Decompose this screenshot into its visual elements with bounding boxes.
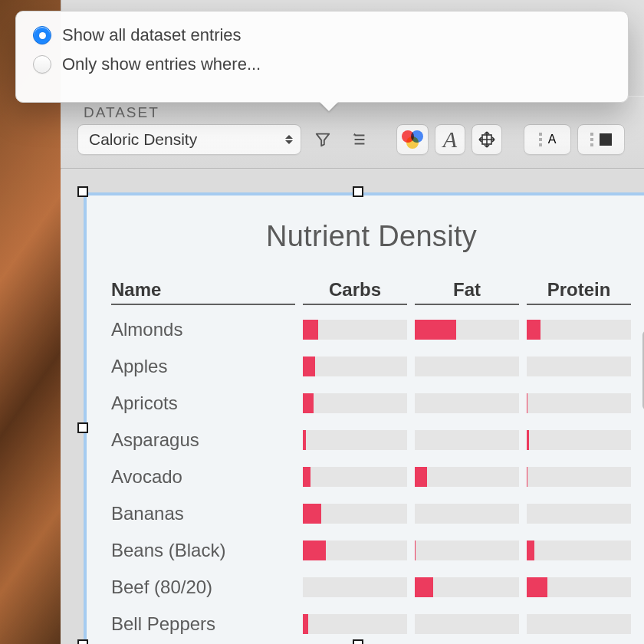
- bar-fill: [303, 504, 321, 524]
- color-theme-button[interactable]: [396, 124, 429, 155]
- move-icon: [478, 130, 496, 149]
- bar-track: [527, 504, 631, 524]
- bar-track: [415, 504, 519, 524]
- bar-fill: [303, 614, 308, 634]
- handle-icon: [590, 133, 593, 146]
- bar-track: [527, 614, 631, 634]
- bar-fill: [527, 577, 547, 597]
- filter-button[interactable]: [307, 124, 338, 155]
- bar-fill: [303, 430, 306, 450]
- typeface-icon: A: [443, 127, 457, 153]
- cell-bar: [527, 320, 631, 340]
- radio-show-where[interactable]: Only show entries where...: [33, 54, 611, 74]
- col-protein: Protein: [527, 279, 631, 305]
- document-frame[interactable]: Nutrient Density Name Carbs Fat Protein …: [84, 192, 644, 644]
- dataset-select[interactable]: Caloric Density: [77, 124, 301, 155]
- cell-bar: [415, 504, 519, 524]
- table-row: Beef (80/20): [111, 569, 632, 606]
- resize-handle[interactable]: [353, 186, 363, 197]
- font-button[interactable]: A: [435, 124, 465, 155]
- bar-track: [415, 430, 519, 450]
- radio-show-all-label: Show all dataset entries: [62, 25, 242, 45]
- bar-track: [303, 467, 407, 487]
- bar-track: [527, 540, 631, 560]
- cell-bar: [415, 467, 519, 487]
- canvas[interactable]: Nutrient Density Name Carbs Fat Protein …: [61, 169, 644, 644]
- cell-bar: [303, 430, 407, 450]
- resize-handle[interactable]: [77, 422, 88, 433]
- bar-track: [415, 467, 519, 487]
- radio-icon: [33, 26, 51, 44]
- bar-fill: [415, 577, 433, 597]
- table-body: AlmondsApplesApricotsAsparagusAvocadoBan…: [111, 311, 632, 642]
- bar-track: [527, 430, 631, 450]
- cell-bar: [527, 393, 631, 413]
- bar-fill: [303, 540, 326, 560]
- bar-fill: [303, 467, 310, 487]
- page-title: Nutrient Density: [111, 220, 632, 253]
- toolbar: DATASET Caloric Density A: [61, 96, 644, 169]
- filter-popover: Show all dataset entries Only show entri…: [15, 11, 629, 103]
- cell-bar: [415, 430, 519, 450]
- table-row: Beans (Black): [111, 532, 632, 569]
- cell-bar: [527, 540, 631, 560]
- radio-show-where-label: Only show entries where...: [62, 54, 261, 74]
- cell-bar: [303, 504, 407, 524]
- cell-bar: [303, 320, 407, 340]
- style-text-button[interactable]: A: [524, 125, 570, 154]
- cell-bar: [527, 614, 631, 634]
- dataset-value: Caloric Density: [89, 130, 197, 149]
- bar-fill: [303, 320, 318, 340]
- bar-fill: [527, 320, 540, 340]
- resize-handle[interactable]: [353, 639, 363, 644]
- bar-track: [303, 320, 407, 340]
- table-row: Apricots: [111, 385, 632, 422]
- bar-fill: [527, 467, 527, 487]
- cell-name: Beef (80/20): [111, 577, 295, 598]
- style-fill-button[interactable]: [578, 125, 624, 154]
- radio-icon: [33, 55, 51, 74]
- bar-track: [303, 356, 407, 376]
- table-row: Bell Peppers: [111, 606, 632, 642]
- resize-handle[interactable]: [77, 639, 88, 644]
- bar-track: [303, 577, 407, 597]
- bar-track: [303, 540, 407, 560]
- table-row: Apples: [111, 348, 632, 385]
- col-name: Name: [111, 279, 295, 305]
- table-header: Name Carbs Fat Protein: [111, 279, 632, 304]
- cell-bar: [415, 393, 519, 413]
- bar-fill: [527, 393, 527, 413]
- style-segment-text: A: [524, 124, 571, 155]
- bar-track: [415, 614, 519, 634]
- cell-bar: [303, 540, 407, 560]
- cell-name: Asparagus: [111, 429, 295, 451]
- table-row: Bananas: [111, 495, 632, 532]
- bar-fill: [303, 393, 314, 413]
- table-row: Asparagus: [111, 422, 632, 458]
- arrange-button[interactable]: [472, 124, 502, 155]
- radio-show-all[interactable]: Show all dataset entries: [33, 25, 611, 45]
- venn-icon: [402, 130, 423, 149]
- bar-fill: [415, 540, 416, 560]
- cell-bar: [527, 356, 631, 376]
- funnel-icon: [314, 131, 331, 148]
- cell-bar: [415, 614, 519, 634]
- cell-name: Bananas: [111, 503, 295, 524]
- resize-handle[interactable]: [77, 186, 88, 197]
- bar-fill: [415, 467, 427, 487]
- col-carbs: Carbs: [303, 279, 407, 305]
- cell-name: Apricots: [111, 393, 295, 414]
- bar-fill: [415, 320, 456, 340]
- cell-bar: [303, 356, 407, 376]
- cell-name: Almonds: [111, 319, 295, 340]
- square-fill-icon: [600, 133, 612, 146]
- cell-name: Beans (Black): [111, 540, 295, 561]
- cell-name: Bell Peppers: [111, 613, 295, 635]
- cell-bar: [527, 467, 631, 487]
- bar-track: [527, 467, 631, 487]
- cell-bar: [415, 356, 519, 376]
- letter-a-icon: A: [548, 133, 557, 146]
- cell-bar: [303, 614, 407, 634]
- table-row: Almonds: [111, 311, 632, 348]
- sort-button[interactable]: [344, 124, 375, 155]
